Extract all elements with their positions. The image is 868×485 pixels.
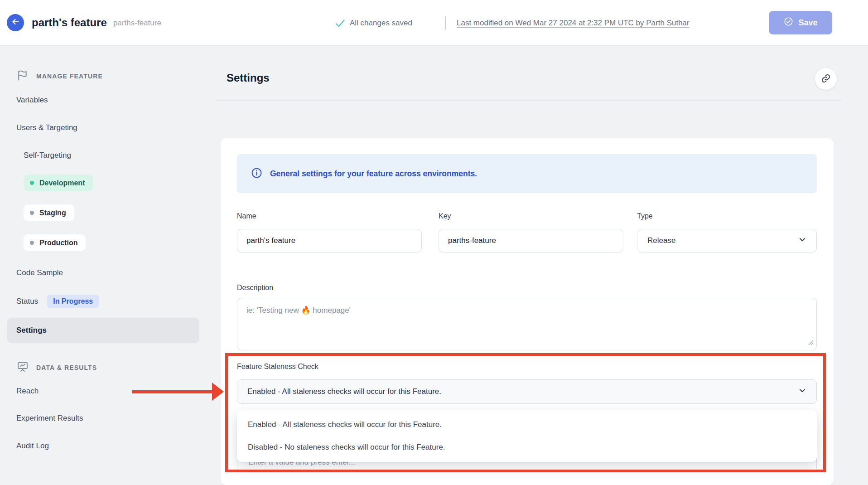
sidebar-env-production[interactable]: Production [24, 234, 86, 251]
staging-status-dot [30, 211, 34, 215]
settings-band-divider [215, 100, 841, 101]
description-textarea[interactable] [237, 298, 817, 350]
sidebar-env-development[interactable]: Development [24, 175, 93, 191]
back-button[interactable] [7, 14, 24, 31]
saved-status-text: All changes saved [350, 19, 412, 28]
key-label: Key [439, 212, 451, 220]
chevron-down-icon [797, 235, 807, 247]
sidebar-item-audit-log[interactable]: Audit Log [16, 441, 49, 451]
sidebar-status-row: Status In Progress [16, 295, 99, 308]
settings-label: Settings [16, 326, 47, 335]
info-banner-text: General settings for your feature across… [270, 169, 477, 179]
staging-label: Staging [39, 209, 66, 217]
production-label: Production [39, 239, 77, 247]
staleness-label: Feature Staleness Check [237, 363, 318, 371]
header-divider [445, 16, 446, 30]
section-manage-feature-label: MANAGE FEATURE [36, 73, 103, 80]
status-badge[interactable]: In Progress [47, 295, 99, 308]
type-selected-value: Release [647, 236, 675, 245]
key-input[interactable] [439, 229, 623, 252]
link-icon [820, 73, 831, 85]
copy-link-button[interactable] [815, 68, 837, 90]
sidebar-item-code-sample[interactable]: Code Sample [16, 267, 63, 278]
save-button[interactable]: Save [769, 11, 832, 34]
chevron-down-icon [797, 386, 807, 398]
section-data-results-label: DATA & RESULTS [36, 364, 97, 371]
info-banner: General settings for your feature across… [237, 154, 817, 193]
production-status-dot [30, 241, 34, 245]
sidebar-item-experiment-results[interactable]: Experiment Results [16, 413, 83, 424]
save-button-label: Save [798, 18, 817, 28]
sidebar-item-settings[interactable]: Settings [7, 318, 199, 343]
section-data-results: DATA & RESULTS [16, 360, 97, 375]
settings-card: General settings for your feature across… [221, 138, 834, 485]
type-label: Type [637, 212, 653, 220]
feature-title: parth's feature [32, 16, 107, 29]
type-select[interactable]: Release [637, 229, 817, 252]
presentation-chart-icon [16, 360, 29, 375]
sidebar-item-users-targeting[interactable]: Users & Targeting [16, 122, 77, 133]
staleness-dropdown-menu: Enabled - All staleness checks will occu… [237, 410, 817, 462]
feature-key: parths-feature [113, 19, 161, 28]
section-manage-feature: MANAGE FEATURE [16, 69, 103, 83]
description-label: Description [237, 284, 273, 292]
staleness-option-disabled[interactable]: Disabled - No staleness checks will occu… [237, 436, 817, 459]
name-input[interactable] [237, 229, 422, 252]
sidebar-item-self-targeting[interactable]: Self-Targeting [24, 150, 71, 161]
name-label: Name [237, 212, 256, 220]
flag-icon [16, 69, 29, 83]
development-status-dot [30, 181, 34, 185]
save-check-icon [783, 16, 794, 29]
page-title: Settings [227, 72, 270, 84]
top-header: parth's feature parths-feature All chang… [0, 0, 868, 46]
saved-check-icon [334, 17, 346, 31]
last-modified-link[interactable]: Last modified on Wed Mar 27 2024 at 2:32… [457, 19, 690, 28]
staleness-select[interactable]: Enabled - All staleness checks will occu… [237, 379, 817, 404]
sidebar-item-reach[interactable]: Reach [16, 386, 39, 397]
sidebar-item-variables[interactable]: Variables [16, 95, 48, 106]
info-icon [251, 167, 263, 181]
staleness-option-enabled[interactable]: Enabled - All staleness checks will occu… [237, 413, 817, 436]
sidebar-env-staging[interactable]: Staging [24, 204, 74, 221]
staleness-selected-value: Enabled - All staleness checks will occu… [247, 387, 441, 396]
status-label: Status [16, 297, 38, 306]
back-arrow-icon [10, 17, 20, 29]
annotation-arrow-line [132, 390, 213, 393]
development-label: Development [39, 179, 85, 187]
